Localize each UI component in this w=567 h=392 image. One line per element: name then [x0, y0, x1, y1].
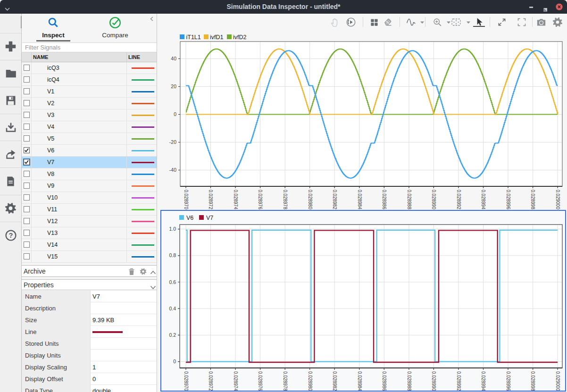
svg-text:0: 0 [174, 111, 176, 117]
svg-text:-20: -20 [169, 139, 176, 145]
svg-text:0.028976: 0.028976 [258, 371, 263, 391]
svg-text:0.028974: 0.028974 [233, 190, 238, 209]
svg-text:-40: -40 [169, 167, 176, 173]
svg-text:ivfD2: ivfD2 [233, 34, 247, 41]
svg-text:0.028996: 0.028996 [506, 190, 511, 209]
svg-text:0.029000: 0.029000 [555, 190, 560, 209]
svg-text:0.028986: 0.028986 [382, 190, 387, 209]
svg-text:0.028990: 0.028990 [431, 371, 436, 391]
svg-text:0.028972: 0.028972 [208, 371, 213, 391]
svg-text:0.028970: 0.028970 [183, 190, 189, 209]
svg-text:V6: V6 [186, 215, 193, 221]
svg-text:iT1L1: iT1L1 [186, 34, 201, 41]
svg-text:0.028974: 0.028974 [233, 371, 238, 391]
svg-text:0.028976: 0.028976 [258, 190, 263, 209]
svg-text:ivfD1: ivfD1 [210, 34, 224, 41]
svg-text:0.028982: 0.028982 [332, 371, 337, 391]
svg-text:0.028992: 0.028992 [456, 371, 461, 391]
svg-text:0.028998: 0.028998 [530, 371, 535, 391]
svg-text:1.0: 1.0 [169, 226, 176, 232]
svg-text:0.028994: 0.028994 [481, 371, 486, 391]
svg-text:V7: V7 [206, 215, 213, 221]
svg-text:0.028994: 0.028994 [481, 190, 486, 209]
svg-text:40: 40 [171, 56, 176, 61]
svg-text:0.6: 0.6 [169, 279, 176, 285]
svg-text:0.8: 0.8 [169, 252, 176, 258]
svg-text:0.028990: 0.028990 [431, 190, 436, 209]
svg-text:20: 20 [171, 83, 176, 89]
svg-text:0.028984: 0.028984 [357, 190, 362, 209]
svg-text:0.028996: 0.028996 [506, 371, 511, 391]
svg-text:0.028988: 0.028988 [407, 190, 412, 209]
svg-text:0.028988: 0.028988 [407, 371, 412, 391]
svg-text:0.028984: 0.028984 [357, 371, 362, 391]
svg-text:?: ? [8, 232, 13, 239]
svg-text:0.2: 0.2 [169, 332, 176, 338]
svg-text:0.028970: 0.028970 [183, 371, 189, 391]
svg-text:0.029000: 0.029000 [555, 371, 560, 391]
svg-text:0.4: 0.4 [169, 306, 176, 311]
svg-text:0.028980: 0.028980 [308, 190, 313, 209]
svg-text:0.028982: 0.028982 [332, 190, 337, 209]
svg-text:0.028978: 0.028978 [283, 190, 288, 209]
svg-text:0.028992: 0.028992 [456, 190, 461, 209]
svg-text:0.028972: 0.028972 [208, 190, 213, 209]
svg-text:0: 0 [173, 359, 176, 364]
svg-text:0.028980: 0.028980 [308, 371, 313, 391]
svg-text:0.028986: 0.028986 [382, 371, 387, 391]
svg-text:0.028978: 0.028978 [283, 371, 288, 391]
svg-text:0.028998: 0.028998 [530, 190, 535, 209]
